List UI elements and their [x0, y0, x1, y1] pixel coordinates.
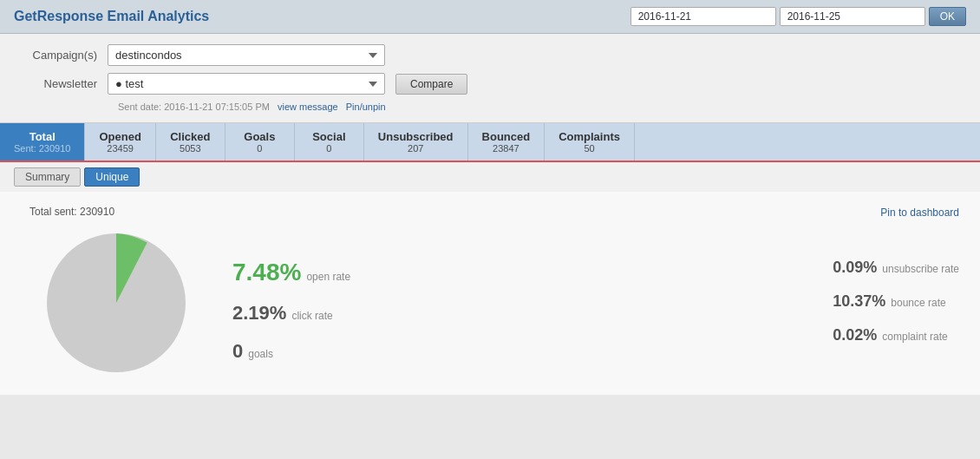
- stat-label: open rate: [306, 271, 350, 283]
- stat-label: complaint rate: [882, 331, 947, 343]
- sub-tab-summary[interactable]: Summary: [14, 167, 81, 187]
- view-message-link[interactable]: view message: [278, 102, 338, 112]
- stat-right-row-1: 10.37%bounce rate: [833, 292, 959, 311]
- ok-button[interactable]: OK: [929, 7, 966, 26]
- campaign-label: Campaign(s): [21, 49, 108, 62]
- stat-value: 2.19%: [232, 302, 286, 325]
- sub-tab-unique[interactable]: Unique: [84, 167, 140, 187]
- header-controls: OK: [630, 7, 966, 26]
- tab-sub: 0: [239, 143, 280, 154]
- tab-label: Bounced: [482, 130, 531, 143]
- chart-title: Total sent: 230910: [29, 206, 114, 218]
- tab-clicked[interactable]: Clicked5053: [156, 123, 225, 161]
- newsletter-select[interactable]: ● test: [108, 73, 385, 95]
- sent-date-text: Sent date: 2016-11-21 07:15:05 PM: [118, 102, 270, 112]
- tab-social[interactable]: Social0: [295, 123, 364, 161]
- stat-label: goals: [248, 348, 273, 360]
- stat-value: 0: [232, 340, 243, 363]
- stats-area: 7.48%open rate2.19%click rate0goals 0.09…: [232, 233, 959, 363]
- tab-label: Social: [309, 130, 350, 143]
- tab-sub: 0: [309, 143, 350, 154]
- form-area: Campaign(s) destincondos Newsletter ● te…: [0, 34, 980, 123]
- tab-label: Complaints: [559, 130, 620, 143]
- tab-sub: 23459: [99, 143, 140, 154]
- right-content: Pin to dashboard 7.48%open rate2.19%clic…: [232, 206, 959, 363]
- tab-sub: 50: [559, 143, 620, 154]
- tab-sub: Sent: 230910: [14, 143, 70, 154]
- newsletter-row: Newsletter ● test Compare: [21, 73, 959, 95]
- date-from-input[interactable]: [630, 7, 776, 26]
- stat-left-row-1: 2.19%click rate: [232, 302, 350, 325]
- tab-complaints[interactable]: Complaints50: [545, 123, 635, 161]
- app-container: GetResponse Email Analytics OK Campaign(…: [0, 0, 980, 459]
- tabs-bar: TotalSent: 230910Opened23459Clicked5053G…: [0, 123, 980, 162]
- pie-chart: [38, 225, 194, 381]
- stat-label: bounce rate: [891, 297, 945, 309]
- newsletter-label: Newsletter: [21, 77, 108, 90]
- stat-value: 7.48%: [232, 259, 301, 286]
- pin-unpin-link[interactable]: Pin/unpin: [346, 102, 386, 112]
- tab-label: Unsubscribed: [378, 130, 454, 143]
- pin-dashboard-link[interactable]: Pin to dashboard: [880, 207, 959, 219]
- pin-link-area: Pin to dashboard: [232, 206, 959, 219]
- date-to-input[interactable]: [780, 7, 925, 26]
- stat-right-row-0: 0.09%unsubscribe rate: [833, 259, 959, 277]
- campaign-select[interactable]: destincondos: [108, 44, 385, 66]
- main-content: Total sent: 230910 Pin to dashboard: [0, 192, 980, 395]
- sent-info: Sent date: 2016-11-21 07:15:05 PM view m…: [118, 102, 959, 112]
- tab-label: Goals: [239, 130, 280, 143]
- tab-sub: 207: [378, 143, 454, 154]
- tab-opened[interactable]: Opened23459: [85, 123, 155, 161]
- tab-goals[interactable]: Goals0: [225, 123, 295, 161]
- app-title: GetResponse Email Analytics: [14, 9, 209, 24]
- stat-right-row-2: 0.02%complaint rate: [833, 326, 959, 344]
- tab-bounced[interactable]: Bounced23847: [468, 123, 546, 161]
- campaign-row: Campaign(s) destincondos: [21, 44, 959, 66]
- tab-unsubscribed[interactable]: Unsubscribed207: [364, 123, 468, 161]
- tab-label: Opened: [99, 130, 140, 143]
- stat-value: 0.02%: [833, 326, 877, 344]
- header: GetResponse Email Analytics OK: [0, 0, 980, 34]
- compare-button[interactable]: Compare: [395, 74, 467, 95]
- tab-sub: 23847: [482, 143, 531, 154]
- tab-sub: 5053: [170, 143, 211, 154]
- stat-value: 10.37%: [833, 292, 885, 311]
- stat-value: 0.09%: [833, 259, 877, 277]
- stat-left-row-0: 7.48%open rate: [232, 259, 350, 286]
- stat-label: unsubscribe rate: [882, 263, 959, 275]
- chart-area: Total sent: 230910: [21, 206, 212, 381]
- stats-right-col: 0.09%unsubscribe rate10.37%bounce rate0.…: [833, 259, 959, 363]
- sub-tabs: SummaryUnique: [0, 162, 980, 192]
- tab-label: Clicked: [170, 130, 211, 143]
- stats-left-col: 7.48%open rate2.19%click rate0goals: [232, 259, 350, 363]
- tab-label: Total: [14, 130, 70, 143]
- stat-left-row-2: 0goals: [232, 340, 350, 363]
- stat-label: click rate: [291, 310, 332, 322]
- tab-total[interactable]: TotalSent: 230910: [0, 123, 85, 161]
